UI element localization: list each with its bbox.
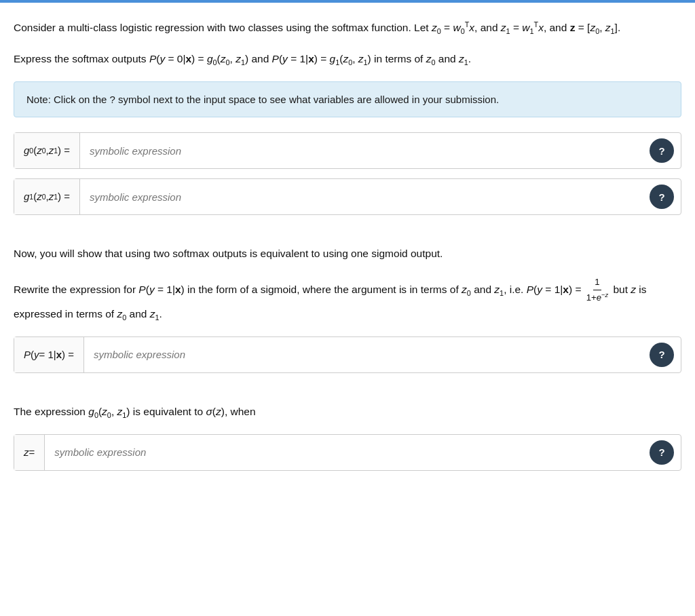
note-box: Note: Click on the ? symbol next to the … <box>14 81 681 117</box>
section2-description: Rewrite the expression for P(y = 1|x) in… <box>14 275 681 324</box>
g1-input[interactable] <box>80 179 650 214</box>
g0-input[interactable] <box>80 133 650 168</box>
g0-help-button[interactable]: ? <box>650 138 674 163</box>
note-text: Note: Click on the ? symbol next to the … <box>26 94 499 105</box>
py1-help-button[interactable]: ? <box>650 343 674 367</box>
z-label: z = <box>14 435 45 470</box>
main-container: Consider a multi-class logistic regressi… <box>0 3 695 507</box>
g1-input-row: g1(z0, z1) = ? <box>14 178 681 215</box>
py1-label: P(y = 1|x) = <box>14 337 84 372</box>
g1-label: g1(z0, z1) = <box>14 179 80 214</box>
z-input-row: z = ? <box>14 434 681 471</box>
py1-input[interactable] <box>84 337 650 372</box>
g1-help-button[interactable]: ? <box>650 185 674 209</box>
section2-title: Now, you will show that using two softma… <box>14 245 681 263</box>
intro-paragraph-2: Express the softmax outputs P(y = 0|x) =… <box>14 50 681 69</box>
section3-text: The expression g0(z0, z1) is equivalent … <box>14 403 681 422</box>
g0-input-row: g0(z0, z1) = ? <box>14 132 681 169</box>
z-input[interactable] <box>45 435 650 470</box>
g0-label: g0(z0, z1) = <box>14 133 80 168</box>
py1-input-row: P(y = 1|x) = ? <box>14 336 681 373</box>
z-help-button[interactable]: ? <box>650 440 674 465</box>
intro-paragraph-1: Consider a multi-class logistic regressi… <box>14 19 681 38</box>
